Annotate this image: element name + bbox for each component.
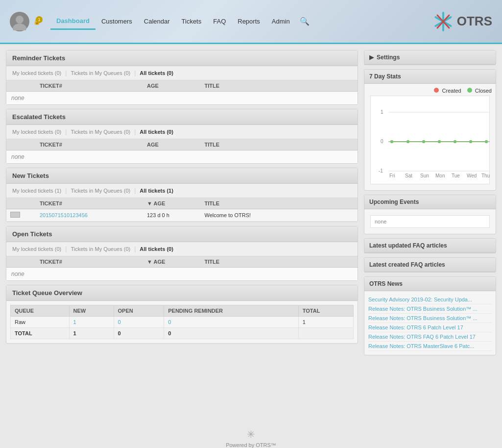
reminder-tickets-section: Reminder Tickets My locked tickets (0) |… — [6, 50, 358, 105]
svg-point-30 — [422, 140, 425, 143]
svg-text:Tue: Tue — [452, 173, 460, 178]
open-tickets-header: Open Tickets — [6, 226, 358, 242]
col-ticket-num: TICKET# — [36, 256, 143, 267]
reminder-tab-all[interactable]: All tickets (0) — [138, 69, 175, 77]
col-title: TITLE — [201, 256, 358, 267]
settings-section: ▶ Settings — [364, 50, 496, 65]
escalated-tickets-empty: none — [6, 150, 358, 163]
svg-text:0: 0 — [381, 139, 383, 144]
col-title: TITLE — [201, 198, 358, 209]
queue-col-open: OPEN — [114, 305, 164, 317]
open-tickets-tabs: My locked tickets (0) | Tickets in My Qu… — [6, 242, 358, 256]
svg-point-0 — [16, 16, 24, 24]
reminder-tickets-tabs: My locked tickets (0) | Tickets in My Qu… — [6, 66, 358, 80]
reminder-tab-my-queues[interactable]: Tickets in My Queues (0) — [69, 69, 132, 77]
otrs-news-header: OTRS News — [364, 277, 496, 291]
row-ticket-num[interactable]: 2015071510123456 — [36, 210, 143, 221]
latest-faq-created-header: Latest created FAQ articles — [364, 258, 496, 272]
upcoming-events-body: none — [364, 209, 496, 234]
new-tab-my-queues[interactable]: Tickets in My Queues (0) — [69, 187, 132, 195]
queue-open[interactable]: 0 — [114, 317, 164, 328]
queue-pending[interactable]: 0 — [164, 317, 299, 328]
escalated-tickets-header: Escalated Tickets — [6, 109, 358, 125]
new-tickets-section: New Tickets My locked tickets (1) | Tick… — [6, 168, 358, 222]
queue-total-total — [298, 328, 353, 339]
chart-area: 1 0 -1 Fri Sat Sun Mo — [370, 96, 490, 184]
news-item-4[interactable]: Release Notes: OTRS FAQ 6 Patch Level 17 — [368, 332, 492, 342]
queue-col-pending: PENDING REMINDER — [164, 305, 299, 317]
upcoming-events-header: Upcoming Events — [364, 195, 496, 209]
escalated-tickets-tabs: My locked tickets (0) | Tickets in My Qu… — [6, 125, 358, 139]
left-panel: Reminder Tickets My locked tickets (0) |… — [6, 50, 358, 413]
queue-col-total: TOTAL — [298, 305, 353, 317]
svg-text:Sun: Sun — [420, 173, 429, 178]
upcoming-events-empty: none — [370, 215, 490, 228]
queue-table: QUEUE NEW OPEN PENDING REMINDER TOTAL Ra… — [10, 305, 354, 339]
triangle-icon: ▶ — [369, 54, 374, 61]
nav-tickets[interactable]: Tickets — [176, 14, 208, 29]
escalated-tickets-section: Escalated Tickets My locked tickets (0) … — [6, 109, 358, 164]
col-age-sort[interactable]: ▼ AGE — [143, 198, 201, 209]
otrs-logo: OTRS — [432, 11, 492, 32]
svg-point-28 — [390, 140, 393, 143]
nav-faq[interactable]: FAQ — [207, 14, 232, 29]
search-icon[interactable]: 🔍 — [300, 17, 310, 26]
queue-col-new: NEW — [69, 305, 114, 317]
ticket-queue-overview-section: Ticket Queue Overview QUEUE NEW OPEN PEN… — [6, 285, 358, 344]
svg-text:Mon: Mon — [435, 173, 445, 178]
nav-reports[interactable]: Reports — [232, 14, 266, 29]
col-title: TITLE — [201, 80, 358, 91]
ticket-queue-overview-header: Ticket Queue Overview — [6, 285, 358, 301]
latest-faq-created-section: Latest created FAQ articles — [364, 257, 496, 273]
queue-total-pending: 0 — [164, 328, 299, 339]
escalated-tab-my-locked[interactable]: My locked tickets (0) — [10, 128, 63, 136]
queue-row: Raw 1 0 0 1 — [11, 317, 354, 328]
reminder-tickets-table: TICKET# AGE TITLE none — [6, 80, 358, 104]
news-item-1[interactable]: Release Notes: OTRS Business Solution™ .… — [368, 304, 492, 314]
svg-point-33 — [469, 140, 472, 143]
queue-table-container: QUEUE NEW OPEN PENDING REMINDER TOTAL Ra… — [6, 301, 358, 343]
chart-legend: Created Closed — [368, 88, 492, 94]
nav-customers[interactable]: Customers — [96, 14, 138, 29]
row-checkbox[interactable] — [6, 209, 36, 221]
queue-new[interactable]: 1 — [69, 317, 114, 328]
nav-dashboard[interactable]: Dashboard — [50, 13, 96, 30]
closed-legend: Closed — [467, 88, 492, 94]
header: 🔒 1 Dashboard Customers Calendar Tickets… — [0, 0, 502, 44]
created-dot — [434, 88, 439, 93]
new-tab-all[interactable]: All tickets (1) — [138, 187, 175, 195]
queue-total-label: TOTAL — [11, 328, 70, 339]
col-checkbox — [6, 198, 36, 209]
col-checkbox — [6, 256, 36, 267]
col-ticket-num: TICKET# — [36, 139, 143, 150]
news-item-0[interactable]: Security Advisory 2019-02: Security Upda… — [368, 295, 492, 304]
open-tab-my-locked[interactable]: My locked tickets (0) — [10, 245, 63, 253]
queue-total: 1 — [298, 317, 353, 328]
seven-day-stats-section: 7 Day Stats Created Closed 1 — [364, 69, 496, 191]
svg-point-29 — [406, 140, 409, 143]
new-tab-my-locked[interactable]: My locked tickets (1) — [10, 187, 63, 195]
news-item-5[interactable]: Release Notes: OTRS MasterSlave 6 Patc..… — [368, 342, 492, 351]
created-legend: Created — [434, 88, 461, 94]
col-title: TITLE — [201, 139, 358, 150]
new-tickets-table: TICKET# ▼ AGE TITLE 2015071510123456 123… — [6, 198, 358, 222]
settings-button[interactable]: ▶ Settings — [364, 50, 496, 65]
nav-admin[interactable]: Admin — [266, 14, 296, 29]
svg-point-1 — [13, 24, 26, 30]
reminder-tab-my-locked[interactable]: My locked tickets (0) — [10, 69, 63, 77]
nav-calendar[interactable]: Calendar — [138, 14, 176, 29]
col-age-sort[interactable]: ▼ AGE — [143, 256, 201, 267]
escalated-tab-my-queues[interactable]: Tickets in My Queues (0) — [69, 128, 132, 136]
upcoming-events-section: Upcoming Events none — [364, 195, 496, 234]
queue-total-open: 0 — [114, 328, 164, 339]
escalated-tab-all[interactable]: All tickets (0) — [138, 128, 175, 136]
open-tab-my-queues[interactable]: Tickets in My Queues (0) — [69, 245, 132, 253]
news-item-2[interactable]: Release Notes: OTRS Business Solution™ .… — [368, 314, 492, 323]
avatar[interactable] — [10, 12, 29, 31]
latest-faq-updated-section: Latest updated FAQ articles — [364, 238, 496, 253]
reminder-tickets-empty: none — [6, 92, 358, 104]
lock-badge-container[interactable]: 🔒 1 — [33, 18, 41, 25]
open-tab-all[interactable]: All tickets (0) — [138, 245, 175, 253]
news-item-3[interactable]: Release Notes: OTRS 6 Patch Level 17 — [368, 323, 492, 332]
svg-text:Wed: Wed — [467, 173, 477, 178]
